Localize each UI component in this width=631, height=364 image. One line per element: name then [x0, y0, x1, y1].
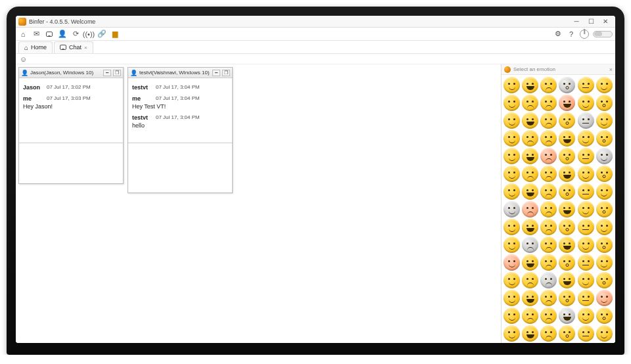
emoji-item[interactable] — [522, 183, 538, 200]
emoji-item[interactable] — [503, 112, 520, 129]
emoji-item[interactable] — [540, 148, 557, 164]
emoji-item[interactable] — [559, 95, 575, 111]
emoji-item[interactable] — [559, 166, 575, 182]
emoji-item[interactable] — [596, 77, 613, 93]
chat-input[interactable] — [128, 143, 232, 182]
minimize-button[interactable]: ─ — [569, 17, 584, 26]
link-icon[interactable]: 🔗 — [97, 30, 106, 39]
emoji-item[interactable] — [522, 237, 538, 253]
emoji-item[interactable] — [503, 325, 520, 342]
emoji-item[interactable] — [540, 130, 557, 147]
emoji-item[interactable] — [522, 130, 538, 147]
emoji-item[interactable] — [578, 112, 594, 129]
emoji-item[interactable] — [559, 112, 575, 129]
emoji-item[interactable] — [578, 201, 594, 217]
chat-input[interactable] — [19, 143, 123, 182]
emoji-item[interactable] — [578, 254, 594, 271]
emoji-item[interactable] — [596, 272, 613, 288]
emoji-item[interactable] — [578, 130, 594, 147]
emoji-item[interactable] — [578, 219, 594, 235]
emoji-item[interactable] — [540, 254, 557, 271]
emoji-item[interactable] — [559, 148, 575, 164]
emoji-item[interactable] — [540, 183, 557, 200]
broadcast-icon[interactable]: ((•)) — [84, 30, 93, 39]
emoji-item[interactable] — [503, 307, 520, 324]
chat-icon[interactable] — [45, 30, 54, 39]
emoji-toggle-icon[interactable]: ☺ — [20, 55, 27, 63]
emoji-item[interactable] — [596, 254, 613, 271]
tab-close-icon[interactable]: × — [84, 45, 87, 51]
emoji-item[interactable] — [540, 307, 557, 324]
tab-home[interactable]: ⌂ Home — [18, 41, 53, 53]
emoji-item[interactable] — [503, 219, 520, 235]
emoji-item[interactable] — [559, 290, 575, 306]
emoji-item[interactable] — [596, 201, 613, 217]
emoji-item[interactable] — [596, 148, 613, 164]
emoji-item[interactable] — [559, 237, 575, 253]
emoji-item[interactable] — [559, 219, 575, 235]
emoji-item[interactable] — [596, 307, 613, 324]
emoji-item[interactable] — [559, 201, 575, 217]
toggle-switch[interactable] — [593, 31, 613, 37]
emoji-item[interactable] — [522, 307, 538, 324]
power-icon[interactable] — [580, 30, 589, 39]
emoji-item[interactable] — [522, 148, 538, 164]
help-icon[interactable]: ? — [567, 30, 576, 39]
settings-icon[interactable]: ⚙ — [553, 30, 563, 39]
emoji-item[interactable] — [596, 95, 613, 111]
emoji-item[interactable] — [540, 166, 557, 182]
emoji-item[interactable] — [559, 325, 575, 342]
emoji-item[interactable] — [596, 325, 613, 342]
emoji-item[interactable] — [503, 272, 520, 288]
emoji-item[interactable] — [559, 254, 575, 271]
emoji-item[interactable] — [503, 290, 520, 306]
emoji-item[interactable] — [596, 219, 613, 235]
emoji-item[interactable] — [503, 201, 520, 217]
emoji-item[interactable] — [578, 77, 594, 93]
emoji-item[interactable] — [596, 166, 613, 182]
emoji-item[interactable] — [540, 219, 557, 235]
emoji-item[interactable] — [578, 148, 594, 164]
emoji-item[interactable] — [596, 112, 613, 129]
emoji-item[interactable] — [522, 254, 538, 271]
emoji-item[interactable] — [559, 307, 575, 324]
emoji-item[interactable] — [540, 201, 557, 217]
emoji-item[interactable] — [596, 130, 613, 147]
emoji-item[interactable] — [540, 112, 557, 129]
emoji-item[interactable] — [578, 166, 594, 182]
close-button[interactable]: ✕ — [598, 17, 613, 26]
emoji-item[interactable] — [559, 130, 575, 147]
emoji-item[interactable] — [559, 77, 575, 93]
emoji-item[interactable] — [578, 183, 594, 200]
emoji-item[interactable] — [540, 237, 557, 253]
emoji-item[interactable] — [578, 290, 594, 306]
refresh-icon[interactable]: ⟳ — [71, 30, 80, 39]
emoji-item[interactable] — [540, 325, 557, 342]
emoji-item[interactable] — [503, 166, 520, 182]
emoji-item[interactable] — [540, 77, 557, 93]
user-icon[interactable]: 👤 — [58, 30, 67, 39]
emoji-item[interactable] — [522, 201, 538, 217]
emoji-item[interactable] — [522, 77, 538, 93]
emoji-item[interactable] — [522, 166, 538, 182]
emoji-item[interactable] — [578, 272, 594, 288]
emoji-item[interactable] — [503, 130, 520, 147]
emoji-item[interactable] — [596, 290, 613, 306]
emoji-item[interactable] — [522, 95, 538, 111]
emoji-item[interactable] — [578, 307, 594, 324]
home-icon[interactable]: ⌂ — [18, 30, 28, 39]
emoji-item[interactable] — [503, 237, 520, 253]
emoji-item[interactable] — [503, 254, 520, 271]
folder-icon[interactable]: ▆ — [110, 30, 120, 39]
emoji-item[interactable] — [503, 148, 520, 164]
emoji-item[interactable] — [503, 77, 520, 93]
emoji-item[interactable] — [522, 219, 538, 235]
emoji-item[interactable] — [578, 325, 594, 342]
emoji-item[interactable] — [559, 272, 575, 288]
emoji-item[interactable] — [503, 183, 520, 200]
emoji-item[interactable] — [522, 290, 538, 306]
emoji-panel-close-icon[interactable]: × — [609, 66, 613, 73]
emoji-item[interactable] — [596, 183, 613, 200]
emoji-item[interactable] — [559, 183, 575, 200]
emoji-item[interactable] — [522, 272, 538, 288]
